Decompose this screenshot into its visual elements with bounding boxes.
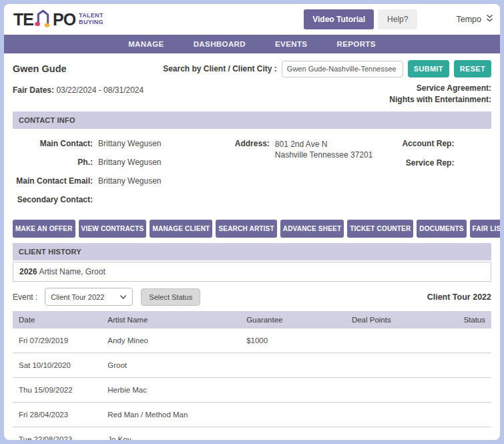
table-row: Tue 22/08/2023Jo Koy — [13, 427, 491, 444]
logo-tagline: TALENT BUYING — [79, 13, 103, 26]
cell-status — [425, 328, 491, 353]
submit-button[interactable]: SUBMIT — [408, 60, 449, 77]
cell-deal-points — [348, 378, 425, 403]
reset-button[interactable]: RESET — [454, 60, 491, 77]
client-history-entry: 2026 Artist Name, Groot — [13, 262, 491, 282]
nav-item-dashboard[interactable]: DASHBOARD — [194, 40, 246, 48]
client-header-right: Search by Client / Client City : SUBMIT … — [163, 60, 491, 104]
table-row: Fri 07/29/2019Andy Mineo$1000 — [13, 328, 491, 353]
contact-column-address: Address: 801 2nd Ave N Nashville Tenness… — [233, 139, 391, 214]
cell-guarantee — [242, 378, 348, 403]
event-label: Event : — [13, 292, 37, 302]
cell-deal-points — [348, 328, 425, 353]
action-button-row: MAKE AN OFFERVIEW CONTRACTSMANAGE CLIENT… — [13, 220, 491, 238]
history-table-header-row: DateArtist NameGuaranteeDeal PointsStatu… — [13, 311, 491, 328]
column-header-deal-points: Deal Points — [348, 311, 425, 328]
logo-word-start: TE — [13, 10, 33, 29]
fair-dates-label: Fair Dates: — [13, 85, 54, 95]
account-rep-label: Account Rep: — [391, 139, 454, 148]
contact-column-main: Main Contact: Brittany Wegusen Ph.: Brit… — [13, 139, 233, 214]
logo-tagline-line2: BUYING — [79, 19, 103, 25]
history-entry-year: 2026 — [19, 267, 37, 276]
select-status-button[interactable]: Select Status — [141, 288, 200, 306]
action-button-fair-list[interactable]: FAIR LIST — [470, 220, 504, 238]
address-line2: Nashville Tennessee 37201 — [275, 150, 373, 160]
address-row: Address: 801 2nd Ave N Nashville Tenness… — [233, 139, 391, 160]
cell-status — [425, 378, 491, 403]
history-table-head: DateArtist NameGuaranteeDeal PointsStatu… — [13, 311, 491, 328]
column-header-guarantee: Guarantee — [242, 311, 348, 328]
history-table-body: Fri 07/29/2019Andy Mineo$1000Sat 10/10/2… — [13, 328, 491, 444]
search-label: Search by Client / Client City : — [163, 64, 277, 73]
app-logo: TE PO TALENT BUYING — [13, 9, 103, 31]
cell-date: Tue 22/08/2023 — [13, 427, 103, 444]
main-contact-row: Main Contact: Brittany Wegusen — [13, 139, 233, 148]
nav-item-events[interactable]: EVENTS — [275, 40, 307, 48]
action-button-view-contracts[interactable]: VIEW CONTRACTS — [79, 220, 147, 238]
cell-artist: Andy Mineo — [103, 328, 242, 353]
action-button-manage-client[interactable]: MANAGE CLIENT — [150, 220, 212, 238]
client-header-row: Gwen Gude Fair Dates: 03/22/2024 - 08/31… — [13, 53, 491, 104]
video-tutorial-button[interactable]: Video Tutorial — [304, 9, 374, 29]
action-button-search-artist[interactable]: SEARCH ARTIST — [216, 220, 276, 238]
event-title: Client Tour 2022 — [427, 292, 491, 302]
client-search: Search by Client / Client City : SUBMIT … — [163, 60, 491, 77]
help-button[interactable]: Help? — [378, 9, 417, 29]
fair-dates-value: 03/22/2024 - 08/31/2024 — [56, 85, 144, 95]
phone-row: Ph.: Brittany Wegusen — [13, 158, 233, 167]
client-header-left: Gwen Gude Fair Dates: 03/22/2024 - 08/31… — [13, 60, 144, 104]
service-rep-row: Service Rep: — [391, 158, 491, 168]
cell-guarantee: $1000 — [242, 328, 348, 353]
column-header-artist-name: Artist Name — [103, 311, 242, 328]
double-chevron-down-icon — [486, 14, 493, 25]
client-history-header: CLIENT HISTORY — [13, 243, 491, 260]
service-rep-label: Service Rep: — [391, 158, 454, 168]
column-header-date: Date — [13, 311, 103, 328]
chevron-down-icon — [119, 293, 127, 301]
fair-dates: Fair Dates: 03/22/2024 - 08/31/2024 — [13, 85, 144, 95]
client-search-input[interactable] — [282, 61, 403, 77]
top-bar: TE PO TALENT BUYING Video Tutorial Help?… — [4, 4, 500, 35]
history-entry-text: Artist Name, Groot — [39, 267, 105, 276]
email-label: Main Contact Email: — [13, 176, 93, 186]
cell-artist: Red Man / Method Man — [103, 403, 242, 427]
address-line1: 801 2nd Ave N — [275, 140, 328, 149]
cell-artist: Herbie Mac — [103, 378, 242, 403]
event-select-value: Client Tour 2022 — [51, 293, 104, 301]
secondary-contact-label: Secondary Contact: — [13, 195, 93, 204]
cell-guarantee — [242, 427, 348, 444]
cell-date: Sat 10/10/2020 — [13, 353, 103, 378]
main-contact-value: Brittany Wegusen — [98, 139, 162, 148]
action-button-documents[interactable]: DOCUMENTS — [417, 220, 466, 238]
table-row: Thu 15/09/2022Herbie Mac — [13, 378, 491, 403]
phone-value: Brittany Wegusen — [98, 158, 162, 167]
cell-status — [425, 403, 491, 427]
nights-with-entertainment-label: Nights with Entertainment: — [163, 95, 491, 104]
nav-item-manage[interactable]: MANAGE — [128, 40, 164, 48]
service-agreement-label: Service Agreement: — [163, 83, 491, 93]
secondary-contact-row: Secondary Contact: — [13, 195, 233, 204]
history-table: DateArtist NameGuaranteeDeal PointsStatu… — [13, 311, 491, 444]
contact-info-grid: Main Contact: Brittany Wegusen Ph.: Brit… — [13, 129, 491, 218]
address-value: 801 2nd Ave N Nashville Tennessee 37201 — [275, 139, 373, 160]
cell-status — [425, 353, 491, 378]
cell-date: Fri 28/04/2023 — [13, 403, 103, 427]
column-header-status: Status — [425, 311, 491, 328]
cell-deal-points — [348, 403, 425, 427]
logo-tagline-line1: TALENT — [79, 12, 103, 19]
user-menu[interactable]: Tempo — [456, 14, 493, 25]
action-button-advance-sheet[interactable]: ADVANCE SHEET — [280, 220, 344, 238]
cell-deal-points — [348, 427, 425, 444]
account-rep-row: Account Rep: — [391, 139, 491, 148]
email-value: Brittany Wegusen — [98, 176, 162, 186]
action-button-make-an-offer[interactable]: MAKE AN OFFER — [13, 220, 75, 238]
table-row: Fri 28/04/2023Red Man / Method Man — [13, 403, 491, 427]
cell-date: Fri 07/29/2019 — [13, 328, 103, 353]
event-select[interactable]: Client Tour 2022 — [45, 288, 133, 306]
main-nav: MANAGEDASHBOARDEVENTSREPORTS — [4, 35, 500, 53]
cell-artist: Groot — [103, 353, 242, 378]
action-button-ticket-counter[interactable]: TICKET COUNTER — [347, 220, 413, 238]
top-bar-actions: Video Tutorial Help? Tempo — [304, 9, 493, 29]
nav-item-reports[interactable]: REPORTS — [336, 40, 375, 48]
client-name: Gwen Gude — [13, 63, 144, 74]
